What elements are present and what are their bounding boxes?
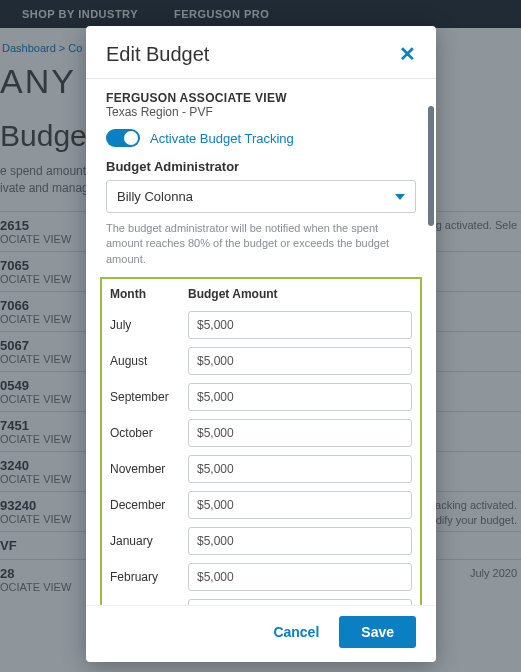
- col-amount: Budget Amount: [188, 287, 278, 301]
- budget-row: November: [108, 451, 414, 487]
- admin-select[interactable]: Billy Colonna: [106, 180, 416, 213]
- close-icon[interactable]: ✕: [399, 42, 416, 66]
- budget-row: October: [108, 415, 414, 451]
- cancel-button[interactable]: Cancel: [267, 616, 325, 648]
- budget-amount-input[interactable]: [188, 311, 412, 339]
- modal-title: Edit Budget: [106, 43, 209, 66]
- budget-amount-input[interactable]: [188, 527, 412, 555]
- budget-row: January: [108, 523, 414, 559]
- chevron-down-icon: [395, 194, 405, 200]
- budget-amount-input[interactable]: [188, 455, 412, 483]
- budget-amount-input[interactable]: [188, 491, 412, 519]
- month-label: January: [110, 534, 188, 548]
- budget-row: July: [108, 307, 414, 343]
- month-label: September: [110, 390, 188, 404]
- month-label: December: [110, 498, 188, 512]
- month-label: August: [110, 354, 188, 368]
- admin-value: Billy Colonna: [117, 189, 193, 204]
- modal-body: FERGUSON ASSOCIATE VIEW Texas Region - P…: [86, 79, 436, 605]
- budget-row: March: [108, 595, 414, 605]
- admin-label: Budget Administrator: [106, 159, 416, 174]
- col-month: Month: [110, 287, 188, 301]
- month-label: October: [110, 426, 188, 440]
- region-label: Texas Region - PVF: [106, 105, 416, 119]
- budget-grid: Month Budget Amount JulyAugustSeptemberO…: [100, 277, 422, 605]
- edit-budget-modal: Edit Budget ✕ FERGUSON ASSOCIATE VIEW Te…: [86, 26, 436, 662]
- budget-amount-input[interactable]: [188, 599, 412, 605]
- budget-amount-input[interactable]: [188, 383, 412, 411]
- activate-toggle[interactable]: [106, 129, 140, 147]
- toggle-row: Activate Budget Tracking: [106, 129, 416, 147]
- budget-amount-input[interactable]: [188, 419, 412, 447]
- month-label: November: [110, 462, 188, 476]
- budget-amount-input[interactable]: [188, 347, 412, 375]
- save-button[interactable]: Save: [339, 616, 416, 648]
- budget-row: August: [108, 343, 414, 379]
- grid-header: Month Budget Amount: [108, 287, 414, 307]
- modal-footer: Cancel Save: [86, 605, 436, 662]
- budget-row: February: [108, 559, 414, 595]
- budget-amount-input[interactable]: [188, 563, 412, 591]
- month-label: July: [110, 318, 188, 332]
- toggle-label: Activate Budget Tracking: [150, 131, 294, 146]
- modal-header: Edit Budget ✕: [86, 26, 436, 79]
- admin-help-text: The budget administrator will be notifie…: [106, 221, 416, 267]
- budget-row: December: [108, 487, 414, 523]
- month-label: February: [110, 570, 188, 584]
- budget-row: September: [108, 379, 414, 415]
- associate-view-label: FERGUSON ASSOCIATE VIEW: [106, 91, 416, 105]
